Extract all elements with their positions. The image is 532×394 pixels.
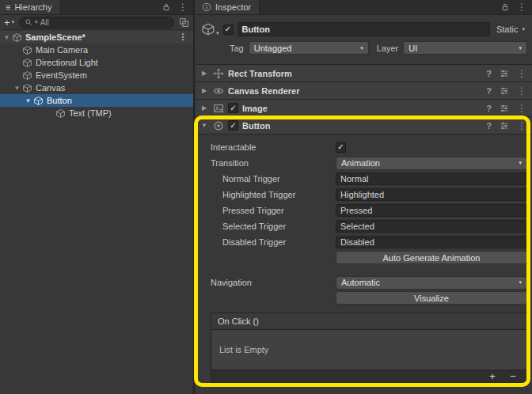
tree-item-label: Main Camera xyxy=(36,45,88,55)
tree-item-label: EventSystem xyxy=(36,70,87,80)
lock-icon[interactable] xyxy=(500,2,510,12)
add-event-button[interactable]: + xyxy=(482,371,503,382)
help-icon[interactable]: ? xyxy=(486,121,492,131)
visualize-button[interactable]: Visualize xyxy=(336,291,527,305)
help-icon[interactable]: ? xyxy=(486,69,492,78)
normal-trigger-field[interactable]: Normal xyxy=(336,172,527,185)
tree-item-button[interactable]: ▼ Button xyxy=(0,94,193,107)
selected-trigger-field[interactable]: Selected xyxy=(336,220,527,233)
transition-label: Transition xyxy=(211,158,336,168)
lock-icon[interactable] xyxy=(162,2,171,12)
window-menu-icon[interactable]: ⋮ xyxy=(517,2,526,12)
rect-transform-icon xyxy=(213,68,224,79)
hierarchy-toolbar: + ▾ ▾ All xyxy=(0,15,193,30)
presets-icon[interactable] xyxy=(500,104,509,113)
list-empty-text: List is Empty xyxy=(219,345,268,354)
component-name: Image xyxy=(242,104,268,113)
button-enabled-checkbox[interactable]: ✓ xyxy=(228,120,238,131)
hierarchy-search-input[interactable]: ▾ All xyxy=(19,17,174,28)
component-menu-icon[interactable]: ⋮ xyxy=(517,121,526,131)
interactable-checkbox[interactable]: ✓ xyxy=(336,142,346,153)
expand-triangle-icon[interactable]: ▼ xyxy=(2,34,12,41)
normal-trigger-label: Normal Trigger xyxy=(211,174,336,184)
gameobject-cube-icon xyxy=(22,70,32,81)
hierarchy-tab-label: Hierarchy xyxy=(14,2,51,12)
active-checkbox[interactable]: ✓ xyxy=(223,25,234,35)
gameobject-name-value: Button xyxy=(242,25,270,34)
navigation-dropdown[interactable]: Automatic ▾ xyxy=(336,276,527,290)
static-caret-icon: ▾ xyxy=(522,26,525,32)
disabled-trigger-label: Disabled Trigger xyxy=(211,237,336,247)
button-component-icon xyxy=(213,120,224,131)
navigation-value: Automatic xyxy=(341,278,514,287)
gameobject-cube-icon xyxy=(55,108,66,119)
collapse-triangle-icon[interactable]: ▼ xyxy=(200,122,209,129)
gameobject-name-field[interactable]: Button xyxy=(238,22,490,36)
remove-event-button[interactable]: − xyxy=(503,371,523,382)
component-header-image[interactable]: ▶ ✓ Image ? ⋮ xyxy=(196,99,532,116)
window-menu-icon[interactable]: ⋮ xyxy=(178,2,188,12)
add-label: + xyxy=(4,17,10,28)
tree-item-label: Directional Light xyxy=(36,58,98,67)
expand-triangle-icon[interactable]: ▼ xyxy=(12,85,22,92)
highlighted-trigger-field[interactable]: Highlighted xyxy=(336,188,527,201)
scene-picking-icon[interactable] xyxy=(179,17,189,28)
tree-item-canvas[interactable]: ▼ Canvas xyxy=(0,81,193,94)
gameobject-header: ▾ ✓ Button Static ▾ Tag Untagged ▾ Layer xyxy=(196,15,532,62)
transition-dropdown[interactable]: Animation ▾ xyxy=(336,157,527,170)
image-component-icon xyxy=(213,103,224,114)
expand-triangle-icon[interactable]: ▼ xyxy=(23,97,33,104)
image-enabled-checkbox[interactable]: ✓ xyxy=(228,103,238,113)
tag-value: Untagged xyxy=(254,44,355,53)
static-dropdown[interactable]: Static ▾ xyxy=(494,25,527,34)
component-header-rect-transform[interactable]: ▶ Rect Transform ? ⋮ xyxy=(196,64,532,81)
component-header-canvas-renderer[interactable]: ▶ Canvas Renderer ? ⋮ xyxy=(196,81,532,99)
tree-item-main-camera[interactable]: Main Camera xyxy=(0,44,193,56)
dropdown-caret-icon: ▾ xyxy=(519,279,522,286)
tree-item-label: Canvas xyxy=(36,83,65,93)
layer-value: UI xyxy=(408,44,514,53)
gameobject-cube-icon xyxy=(33,96,44,106)
disabled-trigger-field[interactable]: Disabled xyxy=(336,236,527,248)
tree-item-eventsystem[interactable]: EventSystem xyxy=(0,69,193,81)
on-click-header[interactable]: On Click () xyxy=(211,313,526,330)
inspector-tab[interactable]: Inspector xyxy=(196,0,260,14)
on-click-event-box: On Click () List is Empty + − xyxy=(211,313,527,383)
help-icon[interactable]: ? xyxy=(486,104,492,113)
navigation-label: Navigation xyxy=(211,278,336,287)
tree-item-text-tmp[interactable]: Text (TMP) xyxy=(0,107,193,119)
collapse-triangle-icon[interactable]: ▶ xyxy=(200,104,209,112)
field-value: Disabled xyxy=(340,237,374,247)
search-filter-caret-icon: ▾ xyxy=(35,19,38,25)
pressed-trigger-field[interactable]: Pressed xyxy=(336,204,527,217)
scene-icon xyxy=(12,32,22,43)
button-component-body: Interactable ✓ Transition Animation ▾ No… xyxy=(196,134,532,383)
presets-icon[interactable] xyxy=(500,86,509,96)
presets-icon[interactable] xyxy=(500,69,509,78)
component-menu-icon[interactable]: ⋮ xyxy=(517,69,526,78)
tree-item-samplescene[interactable]: ▼ SampleScene* ⋮ xyxy=(0,31,193,44)
field-value: Pressed xyxy=(340,206,372,215)
component-menu-icon[interactable]: ⋮ xyxy=(517,104,526,113)
tag-dropdown[interactable]: Untagged ▾ xyxy=(249,41,369,55)
static-label: Static xyxy=(496,25,519,34)
tree-item-directional-light[interactable]: Directional Light xyxy=(0,56,193,69)
gameobject-icon-button[interactable]: ▾ xyxy=(201,22,219,36)
help-icon[interactable]: ? xyxy=(486,86,492,96)
collapse-triangle-icon[interactable]: ▶ xyxy=(200,87,209,94)
component-header-button[interactable]: ▼ ✓ Button ? ⋮ xyxy=(196,116,532,134)
highlighted-trigger-label: Highlighted Trigger xyxy=(211,190,336,199)
transition-value: Animation xyxy=(341,158,514,168)
tree-item-label: Button xyxy=(47,96,72,105)
gameobject-cube-icon xyxy=(22,58,32,68)
search-filter-label: All xyxy=(40,18,49,27)
scene-options-icon[interactable]: ⋮ xyxy=(178,32,193,42)
add-object-button[interactable]: + ▾ xyxy=(4,17,14,28)
hierarchy-tab[interactable]: ≡ Hierarchy xyxy=(0,0,61,14)
collapse-triangle-icon[interactable]: ▶ xyxy=(200,70,209,77)
auto-generate-animation-button[interactable]: Auto Generate Animation xyxy=(336,251,527,264)
gameobject-cube-icon xyxy=(201,22,215,36)
presets-icon[interactable] xyxy=(500,121,509,131)
component-menu-icon[interactable]: ⋮ xyxy=(517,86,526,96)
layer-dropdown[interactable]: UI ▾ xyxy=(403,41,527,55)
